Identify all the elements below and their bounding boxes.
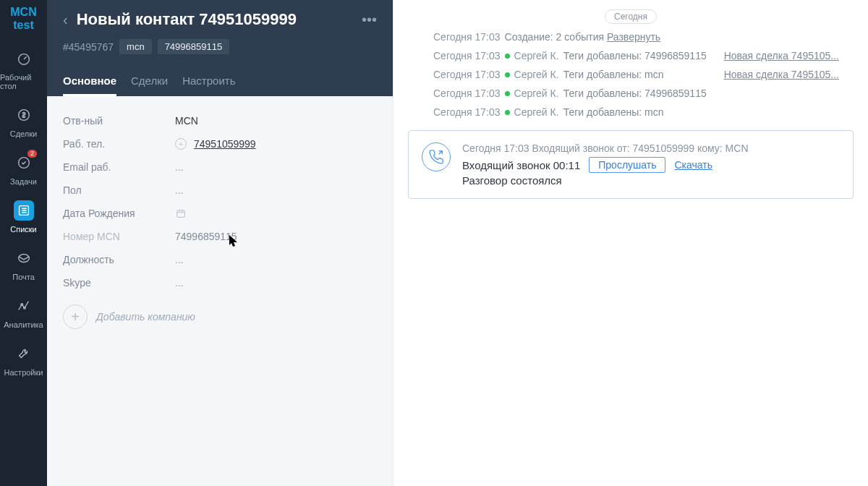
call-title: Входящий звонок 00:11: [462, 159, 580, 171]
tag[interactable]: mcn: [119, 39, 152, 54]
badge: 2: [27, 150, 37, 158]
event-time: Сегодня 17:03: [433, 31, 501, 43]
status-dot-icon: [505, 91, 510, 96]
add-company-label: Добавить компанию: [96, 311, 195, 323]
tabs: Основное Сделки Настроить: [63, 67, 377, 96]
svg-rect-7: [177, 210, 185, 217]
fields: Отв-ный MCN Раб. тел. + 74951059999 Emai…: [47, 96, 393, 342]
event-time: Сегодня 17:03: [433, 50, 501, 61]
nav-deals[interactable]: Сделки: [0, 98, 47, 145]
sidebar: MCN test Рабочий стол Сделки 2 Задачи Сп…: [0, 0, 47, 486]
field-gender: Пол ...: [63, 179, 377, 202]
gender-value[interactable]: ...: [175, 184, 184, 196]
event-text: Теги добавлены: 74996859115: [563, 88, 839, 99]
event-user: Сергей К.: [514, 88, 559, 99]
nav-tasks[interactable]: 2 Задачи: [0, 145, 47, 193]
tag[interactable]: 74996859115: [158, 39, 230, 54]
call-meta: Сегодня 17:03 Входящий звонок от: 749510…: [462, 142, 840, 154]
event-user: Сергей К.: [514, 106, 559, 118]
deal-link[interactable]: Новая сделка 7495105...: [724, 50, 839, 61]
tab-main[interactable]: Основное: [63, 67, 116, 96]
field-skype: Skype ...: [63, 271, 377, 294]
phone-incoming-icon: [422, 142, 451, 171]
event-time: Сегодня 17:03: [433, 88, 501, 99]
status-dot-icon: [505, 72, 510, 77]
event-text: Теги добавлены: mcn: [563, 106, 839, 118]
svg-point-0: [18, 54, 29, 65]
nav-mail[interactable]: Почта: [0, 241, 47, 289]
brand-line2: test: [10, 19, 36, 32]
responsible-value[interactable]: MCN: [175, 115, 198, 127]
feed-event: Сегодня 17:03 Сергей К. Теги добавлены: …: [408, 84, 854, 103]
feed-event: Сегодня 17:03 Сергей К. Теги добавлены: …: [408, 103, 854, 122]
mcn-number-value[interactable]: 74996859115: [175, 231, 237, 242]
field-work-phone: Раб. тел. + 74951059999: [63, 132, 377, 155]
download-link[interactable]: Скачать: [674, 159, 712, 171]
listen-button[interactable]: Прослушать: [589, 157, 665, 173]
nav-settings[interactable]: Настройки: [0, 336, 47, 384]
nav-label: Аналитика: [4, 320, 43, 329]
nav-analytics[interactable]: Аналитика: [0, 289, 47, 336]
svg-point-4: [18, 255, 29, 263]
expand-link[interactable]: Развернуть: [607, 31, 660, 43]
field-mcn-number: Номер MCN 74996859115: [63, 225, 377, 248]
back-button[interactable]: ‹: [63, 12, 68, 27]
contact-id: #45495767: [63, 41, 114, 53]
envelope-icon: [14, 248, 34, 268]
contact-title: Новый контакт 74951059999: [77, 10, 353, 29]
feed-panel: Сегодня Сегодня 17:03 Создание: 2 событи…: [393, 0, 868, 486]
nav-lists[interactable]: Списки: [0, 193, 47, 241]
deal-link[interactable]: Новая сделка 7495105...: [724, 69, 839, 80]
add-company-button[interactable]: + Добавить компанию: [63, 304, 377, 329]
work-phone-value[interactable]: + 74951059999: [175, 138, 256, 150]
nav-label: Рабочий стол: [0, 73, 47, 90]
nav-label: Задачи: [10, 177, 37, 186]
field-email: Email раб. ...: [63, 155, 377, 179]
contact-panel: ‹ Новый контакт 74951059999 ••• #4549576…: [47, 0, 393, 486]
event-time: Сегодня 17:03: [433, 106, 501, 118]
calendar-icon: [175, 208, 187, 219]
nav-label: Списки: [10, 225, 37, 234]
event-user: Сергей К.: [514, 69, 559, 80]
more-icon[interactable]: •••: [362, 12, 377, 28]
status-dot-icon: [505, 110, 510, 115]
call-card: Сегодня 17:03 Входящий звонок от: 749510…: [408, 130, 854, 199]
status-dot-icon: [505, 54, 510, 59]
phone-link[interactable]: 74951059999: [194, 138, 256, 150]
plus-icon: +: [63, 304, 88, 329]
brand-logo: MCN test: [10, 6, 36, 31]
feed-event: Сегодня 17:03 Сергей К. Теги добавлены: …: [408, 46, 854, 65]
dollar-icon: [14, 105, 34, 125]
field-dob: Дата Рождения: [63, 202, 377, 225]
tab-config[interactable]: Настроить: [182, 67, 235, 96]
chart-icon: [14, 296, 34, 316]
field-responsible: Отв-ный MCN: [63, 109, 377, 132]
add-phone-icon[interactable]: +: [175, 138, 187, 150]
list-icon: [14, 200, 34, 221]
position-value[interactable]: ...: [175, 254, 184, 265]
brand-line1: MCN: [10, 6, 36, 19]
feed-event: Сегодня 17:03 Сергей К. Теги добавлены: …: [408, 65, 854, 84]
field-position: Должность ...: [63, 248, 377, 271]
contact-header: ‹ Новый контакт 74951059999 ••• #4549576…: [47, 0, 393, 96]
tab-deals[interactable]: Сделки: [131, 67, 168, 96]
dob-value[interactable]: [175, 208, 187, 219]
skype-value[interactable]: ...: [175, 277, 184, 289]
nav-label: Сделки: [10, 129, 38, 138]
nav-desktop[interactable]: Рабочий стол: [0, 41, 47, 98]
event-text: Теги добавлены: mcn: [563, 69, 720, 80]
event-time: Сегодня 17:03: [433, 69, 501, 80]
feed-date-badge: Сегодня: [408, 10, 854, 22]
gauge-icon: [14, 48, 34, 69]
call-result: Разговор состоялся: [462, 174, 840, 187]
event-text: Теги добавлены: 74996859115: [563, 50, 720, 61]
feed-event: Сегодня 17:03 Создание: 2 события Развер…: [408, 27, 854, 46]
nav-label: Почта: [12, 273, 35, 281]
event-user: Сергей К.: [514, 50, 559, 61]
email-value[interactable]: ...: [175, 161, 184, 173]
wrench-icon: [14, 344, 34, 364]
nav-label: Настройки: [4, 368, 43, 377]
